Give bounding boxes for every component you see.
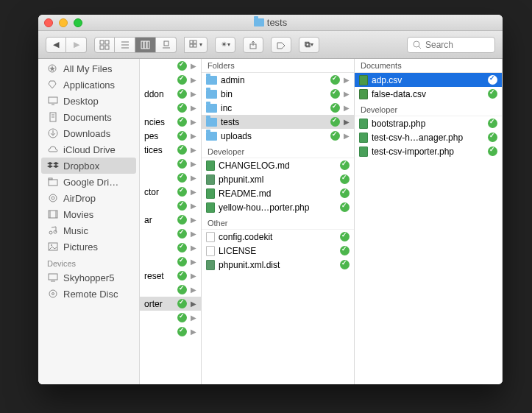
sync-icon [330,131,340,141]
column-1[interactable]: Foldersadmin▶bin▶inc▶tests▶uploads▶Devel… [202,59,355,384]
list-item[interactable]: tests▶ [202,115,354,129]
list-item[interactable]: ▶ [140,283,201,297]
list-item[interactable]: ▶ [140,73,201,87]
sync-icon [330,75,340,85]
list-item[interactable]: ar▶ [140,213,201,227]
item-label: inc [221,103,327,113]
sidebar-item-iclouddrive[interactable]: iCloud Drive [38,141,139,158]
coverflow-view-button[interactable] [156,37,177,53]
sync-icon [488,75,497,85]
list-item[interactable]: ▶ [140,199,201,213]
section-header: Developer [355,101,502,116]
list-item[interactable]: yellow-hou…porter.php [202,200,354,214]
sidebar-item-music[interactable]: Music [38,222,139,239]
list-item[interactable]: ▶ [140,241,201,255]
column-2[interactable]: Documentsadp.csvfalse-data.csvDeveloperb… [355,59,503,384]
sidebar-item-label: Google Dri… [63,177,118,188]
sync-icon [177,145,187,155]
sidebar-item-pictures[interactable]: Pictures [38,239,139,255]
zoom-icon[interactable] [74,18,82,27]
column-view-button[interactable] [135,37,156,53]
list-item[interactable]: phpunit.xml.dist [202,258,354,272]
list-item[interactable]: pes▶ [140,129,201,143]
sidebar-item-documents[interactable]: Documents [38,109,139,125]
list-item[interactable]: false-data.csv [355,87,502,101]
forward-button[interactable]: ▶ [66,37,87,53]
svg-rect-2 [100,46,104,49]
list-item[interactable]: orter▶ [140,297,201,311]
sync-icon [488,147,497,156]
apps-icon [47,80,59,90]
list-item[interactable]: ▶ [140,171,201,185]
list-item[interactable]: bootstrap.php [355,116,502,130]
svg-rect-13 [194,40,196,43]
list-item[interactable]: ctor▶ [140,185,201,199]
sidebar-item-label: Downloads [63,128,110,139]
list-item[interactable]: phpunit.xml [202,172,354,186]
sidebar-item-dropbox[interactable]: Dropbox [41,158,136,174]
list-item[interactable]: ▶ [140,227,201,241]
back-button[interactable]: ◀ [46,37,66,53]
minimize-icon[interactable] [59,18,68,27]
sidebar-item-label: Remote Disc [63,289,118,300]
list-item[interactable]: README.md [202,186,354,200]
sync-icon [330,103,340,113]
search-input[interactable] [425,40,484,50]
list-item[interactable]: reset▶ [140,269,201,283]
list-item[interactable]: ncies▶ [140,115,201,129]
list-item[interactable]: inc▶ [202,101,354,115]
list-item[interactable]: ▶ [140,101,201,115]
sidebar-item-movies[interactable]: Movies [38,206,139,222]
folder-icon [206,104,217,113]
list-item[interactable]: ▶ [140,157,201,171]
tags-button[interactable] [271,37,291,53]
svg-point-29 [49,194,57,202]
action-button[interactable]: ✴ ▾ [215,37,235,53]
list-item[interactable]: admin▶ [202,73,354,87]
svg-rect-1 [105,40,109,44]
dropbox-button[interactable]: ⧉ ▾ [299,37,319,53]
list-item[interactable]: test-csv-importer.php [355,144,502,158]
sidebar-item-allmyfiles[interactable]: All My Files [38,60,139,77]
svg-rect-8 [144,41,146,49]
list-item[interactable]: ▶ [140,59,201,73]
list-item[interactable]: ▶ [140,325,201,339]
sidebar-item-remotedisc[interactable]: Remote Disc [38,286,139,302]
sidebar-item-downloads[interactable]: Downloads [38,125,139,141]
item-label: ddon [144,89,174,99]
item-label: orter [144,299,174,309]
list-view-button[interactable] [115,37,135,53]
column-0[interactable]: ▶▶ddon▶▶ncies▶pes▶tices▶▶▶ctor▶▶ar▶▶▶▶re… [140,59,202,384]
list-item[interactable]: uploads▶ [202,129,354,143]
search-field[interactable] [407,37,495,53]
list-item[interactable]: tices▶ [140,143,201,157]
list-item[interactable]: CHANGELOG.md [202,158,354,172]
content: All My FilesApplicationsDesktopDocuments… [38,59,503,384]
item-label: admin [221,75,327,85]
arrange-button[interactable]: ▾ [184,37,208,53]
sidebar-item-airdrop[interactable]: AirDrop [38,190,139,206]
list-item[interactable]: test-csv-h…anager.php [355,130,502,144]
list-item[interactable]: adp.csv [355,73,502,87]
close-icon[interactable] [44,18,53,27]
sidebar-item-skyhopper5[interactable]: Skyhopper5 [38,269,139,286]
column-header: Folders [202,59,354,73]
sidebar-item-desktop[interactable]: Desktop [38,93,139,109]
disc-icon [47,289,59,299]
share-button[interactable] [243,37,263,53]
list-item[interactable]: ▶ [140,311,201,325]
sidebar-item-googledri[interactable]: Google Dri… [38,174,139,190]
titlebar[interactable]: tests [38,15,503,31]
sync-icon [177,327,187,336]
sidebar-item-applications[interactable]: Applications [38,77,139,93]
list-item[interactable]: bin▶ [202,87,354,101]
list-item[interactable]: LICENSE [202,244,354,258]
finder-window: tests ◀ ▶ ▾ ✴ ▾ ⧉ ▾ All My FilesApplicat… [38,15,503,384]
list-item[interactable]: ▶ [140,255,201,269]
file-icon [359,75,368,85]
list-item[interactable]: ddon▶ [140,87,201,101]
list-item[interactable]: config.codekit [202,230,354,244]
chevron-right-icon: ▶ [191,244,196,252]
traffic-lights [44,18,82,27]
icon-view-button[interactable] [94,37,115,53]
